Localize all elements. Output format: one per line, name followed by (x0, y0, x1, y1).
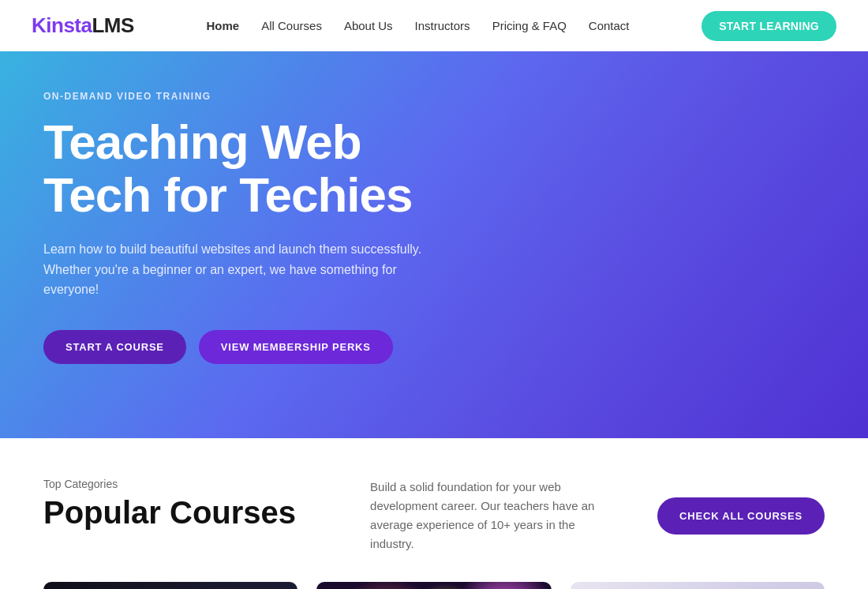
membership-button[interactable]: VIEW MEMBERSHIP PERKS (199, 330, 393, 364)
navbar: KinstaLMS Home All Courses About Us Inst… (0, 0, 868, 51)
nav-contact[interactable]: Contact (589, 19, 630, 32)
check-all-courses-button[interactable]: CHECK ALL COURSES (657, 497, 825, 535)
hero-content: ON-DEMAND VIDEO TRAINING Teaching Web Te… (43, 91, 454, 364)
courses-description: Build a solid foundation for your web de… (339, 478, 638, 553)
nav-instructors[interactable]: Instructors (415, 19, 470, 32)
top-categories-label: Top Categories (43, 478, 320, 490)
hero-tag: ON-DEMAND VIDEO TRAINING (43, 91, 454, 102)
courses-header: Top Categories Popular Courses Build a s… (43, 478, 825, 553)
start-learning-button[interactable]: START LEARNING (702, 11, 836, 41)
start-course-button[interactable]: START A COURSE (43, 330, 186, 364)
course-thumb-bokeh[interactable] (316, 582, 552, 589)
popular-courses-title: Popular Courses (43, 495, 320, 530)
nav-about[interactable]: About Us (344, 19, 393, 32)
hero-title-line2: Tech for Techies (43, 167, 413, 222)
course-thumb-design[interactable] (571, 582, 825, 589)
hero-subtitle: Learn how to build beautiful websites an… (43, 239, 454, 300)
course-thumbnails: > Ctrl just to be for good measure. > ct… (43, 582, 825, 589)
nav-home[interactable]: Home (207, 19, 240, 32)
courses-section: Top Categories Popular Courses Build a s… (0, 438, 868, 589)
logo-kinsta: Kinsta (32, 13, 92, 37)
hero-section: ON-DEMAND VIDEO TRAINING Teaching Web Te… (0, 51, 868, 438)
courses-header-left: Top Categories Popular Courses (43, 478, 320, 530)
hero-title: Teaching Web Tech for Techies (43, 116, 454, 222)
nav-pricing[interactable]: Pricing & FAQ (492, 19, 567, 32)
nav-links: Home All Courses About Us Instructors Pr… (207, 19, 630, 33)
logo-lms: LMS (92, 13, 133, 37)
nav-all-courses[interactable]: All Courses (261, 19, 322, 32)
course-thumb-code[interactable]: > Ctrl just to be for good measure. > ct… (43, 582, 297, 589)
logo[interactable]: KinstaLMS (32, 13, 134, 38)
hero-buttons: START A COURSE VIEW MEMBERSHIP PERKS (43, 330, 454, 364)
hero-title-line1: Teaching Web (43, 114, 361, 169)
